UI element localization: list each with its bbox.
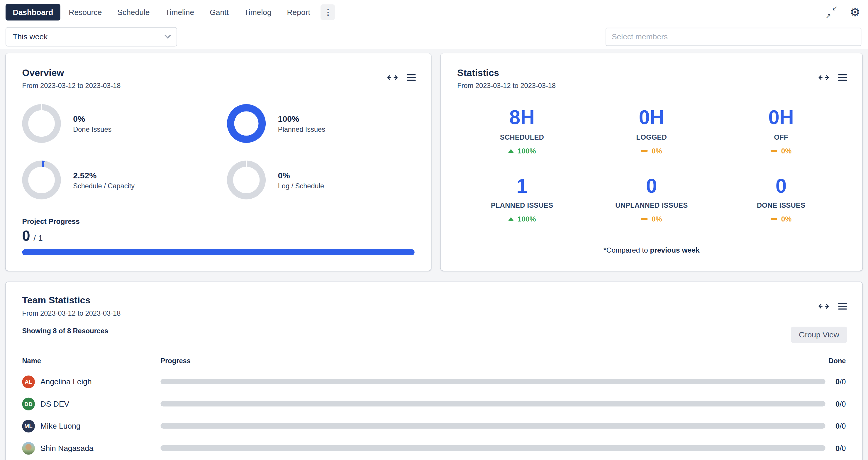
table-row[interactable]: ML Mike Luong 0/0 <box>22 415 846 437</box>
tab-timeline[interactable]: Timeline <box>158 4 202 21</box>
stat-logged: 0H LOGGED 0% <box>587 106 716 155</box>
stat-value: 8H <box>509 106 535 128</box>
trend-up-icon <box>508 217 514 221</box>
stat-value: 0H <box>768 106 794 128</box>
settings-gear-icon[interactable]: ⚙ <box>850 6 860 19</box>
dashboard-page: Dashboard Resource Schedule Timeline Gan… <box>0 0 868 460</box>
trend-flat-icon <box>641 150 648 152</box>
stat-label: LOGGED <box>636 133 667 141</box>
trend-flat-icon <box>641 218 648 220</box>
stat-delta: 0% <box>771 146 792 155</box>
statistics-grid: 8H SCHEDULED 100% 0H LOGGED <box>457 106 846 223</box>
planned-issues-donut-chart <box>227 104 266 143</box>
collapse-view-icon[interactable]: ↙ ↗ <box>826 6 838 19</box>
done-issues-donut-chart <box>22 104 61 143</box>
expand-horizontal-icon[interactable] <box>818 74 829 81</box>
card-menu-icon[interactable] <box>407 74 416 81</box>
filter-bar: This week <box>0 24 868 49</box>
stat-label: PLANNED ISSUES <box>491 202 553 209</box>
overview-donuts: 0% Done Issues 100% Planned Issues <box>22 104 415 200</box>
trend-up-icon <box>508 149 514 153</box>
donut-done-issues: 0% Done Issues <box>22 104 227 143</box>
statistics-date-range: From 2023-03-12 to 2023-03-18 <box>457 82 846 90</box>
tab-timelog[interactable]: Timelog <box>237 4 279 21</box>
donut-log-schedule: 0% Log / Schedule <box>227 160 415 199</box>
stat-label: SCHEDULED <box>500 133 544 141</box>
top-navigation-bar: Dashboard Resource Schedule Timeline Gan… <box>0 0 868 24</box>
statistics-footnote: *Compared to previous week <box>441 246 862 254</box>
table-row[interactable]: Shin Nagasada 0/0 <box>22 437 846 459</box>
expand-horizontal-icon[interactable] <box>387 74 398 81</box>
nav-tabs: Dashboard Resource Schedule Timeline Gan… <box>6 4 335 21</box>
donut-value: 0% <box>278 170 324 180</box>
card-menu-icon[interactable] <box>838 74 847 81</box>
table-row[interactable]: DD DS DEV 0/0 <box>22 393 846 415</box>
card-menu-icon[interactable] <box>838 303 847 310</box>
stat-value: 0 <box>776 175 787 197</box>
avatar: ML <box>22 420 35 432</box>
column-header-progress: Progress <box>160 357 825 365</box>
donut-label: Done Issues <box>73 126 112 133</box>
donut-label: Schedule / Capacity <box>73 182 134 189</box>
log-schedule-donut-chart <box>227 160 266 199</box>
table-row[interactable]: AL Angelina Leigh 0/0 <box>22 370 846 393</box>
stat-unplanned-issues: 0 UNPLANNED ISSUES 0% <box>587 175 716 223</box>
tab-schedule[interactable]: Schedule <box>110 4 157 21</box>
resource-progress-bar <box>160 423 825 429</box>
done-count: 0/0 <box>826 377 846 386</box>
column-header-name: Name <box>22 357 161 365</box>
resource-name: DS DEV <box>40 399 69 408</box>
team-table-header: Name Progress Done <box>22 356 846 366</box>
stat-delta: 0% <box>771 215 792 223</box>
project-progress-bar <box>22 249 415 255</box>
period-select[interactable]: This week <box>6 27 177 47</box>
period-select-value: This week <box>12 32 48 41</box>
team-table: Name Progress Done AL Angelina Leigh 0/0 <box>22 356 846 459</box>
stat-label: DONE ISSUES <box>757 202 805 209</box>
tab-report[interactable]: Report <box>280 4 317 21</box>
tab-gantt[interactable]: Gantt <box>203 4 236 21</box>
stat-delta: 0% <box>641 215 662 223</box>
resource-name: Shin Nagasada <box>40 443 94 452</box>
stat-value: 0H <box>639 106 664 128</box>
stat-value: 1 <box>517 175 528 197</box>
stat-value: 0 <box>646 175 657 197</box>
stat-delta: 100% <box>508 146 536 155</box>
team-statistics-card: Team Statistics From 2023-03-12 to 2023-… <box>6 282 862 460</box>
chevron-down-icon <box>164 32 170 38</box>
nav-overflow-button[interactable]: ⋮ <box>321 4 335 20</box>
project-progress-total: / 1 <box>33 233 43 243</box>
tab-resource[interactable]: Resource <box>62 4 109 21</box>
donut-value: 100% <box>278 114 325 123</box>
resource-progress-bar <box>160 379 825 384</box>
team-statistics-title: Team Statistics <box>22 295 846 306</box>
overview-date-range: From 2023-03-12 to 2023-03-18 <box>22 82 415 90</box>
resource-name: Mike Luong <box>40 422 81 430</box>
dashboard-content: Overview From 2023-03-12 to 2023-03-18 0… <box>0 49 868 460</box>
tab-dashboard[interactable]: Dashboard <box>6 4 60 21</box>
donut-value: 2.52% <box>73 170 134 180</box>
stat-delta: 0% <box>641 146 662 155</box>
trend-flat-icon <box>771 218 777 220</box>
avatar: AL <box>22 375 35 388</box>
project-progress-value: 0 <box>22 228 30 245</box>
overview-title: Overview <box>22 67 415 79</box>
project-progress-section: Project Progress 0 / 1 <box>22 217 415 255</box>
done-count: 0/0 <box>826 400 846 408</box>
donut-schedule-capacity: 2.52% Schedule / Capacity <box>22 160 227 199</box>
stat-label: UNPLANNED ISSUES <box>615 202 688 209</box>
stat-label: OFF <box>774 133 788 141</box>
avatar-photo <box>22 441 35 454</box>
team-statistics-date-range: From 2023-03-12 to 2023-03-18 <box>22 309 846 317</box>
column-header-done: Done <box>826 357 846 365</box>
stat-off: 0H OFF 0% <box>716 106 846 155</box>
statistics-title: Statistics <box>457 67 846 79</box>
trend-flat-icon <box>771 150 777 152</box>
statistics-card: Statistics From 2023-03-12 to 2023-03-18… <box>441 53 862 271</box>
overview-card: Overview From 2023-03-12 to 2023-03-18 0… <box>6 53 431 271</box>
avatar: DD <box>22 397 35 410</box>
select-members-input[interactable] <box>606 27 861 45</box>
topbar-actions: ↙ ↗ ⚙ <box>826 6 860 19</box>
expand-horizontal-icon[interactable] <box>818 303 829 310</box>
group-view-button[interactable]: Group View <box>791 327 847 343</box>
